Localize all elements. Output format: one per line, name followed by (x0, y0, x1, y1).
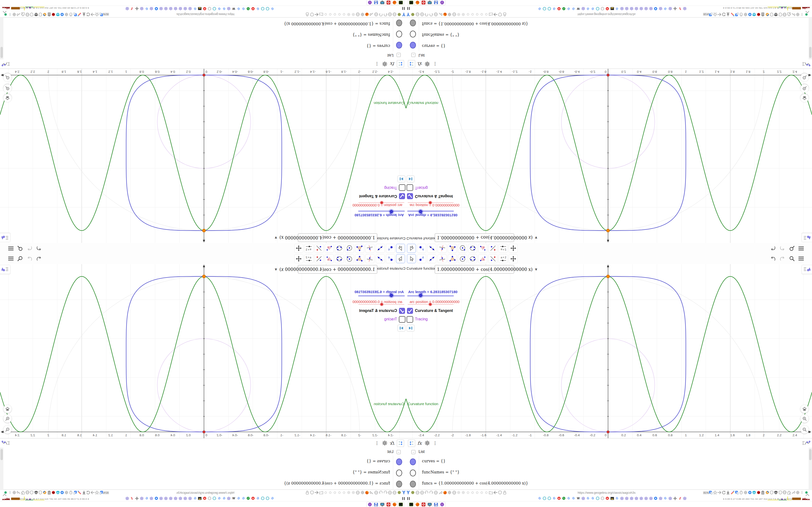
gear-icon[interactable] (360, 12, 365, 17)
visibility-marble[interactable] (410, 458, 416, 465)
image-icon[interactable] (610, 7, 614, 11)
home-button[interactable] (800, 405, 809, 413)
download-icon[interactable] (726, 490, 730, 495)
gear-icon[interactable] (743, 490, 748, 495)
shield-badge-icon[interactable] (778, 12, 782, 17)
curvature-tangent-checkbox[interactable] (399, 193, 405, 199)
G-icon[interactable]: G (591, 496, 595, 500)
spiral-icon[interactable] (261, 7, 265, 11)
puzzle-icon[interactable] (787, 490, 791, 495)
shield-badge-icon[interactable] (30, 12, 34, 17)
gear-icon[interactable] (12, 12, 16, 17)
trash-icon[interactable] (761, 12, 765, 17)
lock-icon[interactable] (305, 490, 310, 495)
gear-icon[interactable] (64, 490, 69, 495)
circle-tool-button[interactable] (458, 244, 467, 253)
dot-icon[interactable] (342, 490, 346, 495)
dot-icon[interactable] (333, 12, 337, 17)
G-icon[interactable]: G (571, 496, 575, 500)
home-button[interactable] (800, 94, 809, 102)
move-graphics-tool-button[interactable] (509, 244, 518, 253)
algebra-row-funcnames[interactable]: funcNames = {" "} (0, 29, 406, 40)
arc-length-slider-handle[interactable] (390, 294, 393, 297)
globe-icon[interactable] (393, 490, 397, 495)
tracing-checkbox[interactable] (399, 316, 406, 323)
flower-icon[interactable] (179, 7, 183, 11)
gear-icon[interactable] (447, 490, 452, 495)
translate-blue-icon[interactable]: Ax (735, 490, 739, 495)
flower-icon[interactable] (683, 496, 687, 500)
redo-icon[interactable] (27, 256, 33, 261)
undo-icon[interactable] (770, 256, 776, 261)
settings-app-launcher-button[interactable] (420, 0, 427, 5)
gear-dark-icon[interactable] (673, 7, 677, 11)
ghost-icon[interactable] (351, 490, 355, 495)
panel-scrollbar-thumb[interactable] (0, 449, 3, 460)
G-icon[interactable]: G (663, 496, 667, 500)
search-icon[interactable] (17, 245, 23, 251)
flower-icon[interactable] (188, 496, 192, 500)
spiral-icon[interactable] (596, 7, 600, 11)
dot-icon[interactable] (333, 490, 337, 495)
info-icon[interactable] (208, 496, 211, 500)
puzzle-icon[interactable] (787, 12, 791, 17)
puzzle-icon[interactable] (21, 490, 25, 495)
display-app-launcher-button[interactable] (379, 0, 386, 5)
flower-icon[interactable] (649, 7, 653, 11)
G-icon[interactable]: G (552, 496, 556, 500)
flower-icon[interactable] (581, 496, 585, 500)
angle-tool-button[interactable]: α (478, 244, 487, 253)
olive-dot-icon[interactable] (397, 12, 401, 17)
gear-icon[interactable] (64, 12, 69, 17)
panel-kebab-button[interactable]: ⋮ (374, 440, 379, 446)
curvature-function-dropdown[interactable]: 1.000000000000 + cos(4.000000000000 x) ▼ (435, 233, 514, 242)
star-icon[interactable] (713, 12, 717, 17)
chevron-down-icon[interactable]: ▼ (535, 268, 537, 271)
dot-icon[interactable] (466, 490, 470, 495)
visibility-marble[interactable] (396, 19, 402, 26)
panel-kebab-button[interactable]: ⋮ (433, 440, 438, 446)
arc-ccw-icon[interactable] (383, 12, 388, 17)
star-icon[interactable] (95, 490, 99, 495)
wrench-icon[interactable] (17, 12, 21, 17)
G-icon[interactable]: G (217, 7, 221, 11)
dot-icon[interactable] (337, 12, 342, 17)
arc-ccw-icon[interactable] (424, 490, 429, 495)
arc-position-slider-handle[interactable] (380, 303, 383, 306)
flower-icon[interactable] (184, 496, 187, 500)
flower-icon[interactable] (227, 496, 231, 500)
G-icon[interactable]: G (145, 7, 149, 11)
panel-scrollbar-thumb[interactable] (0, 47, 3, 58)
line-tool-button[interactable] (376, 244, 385, 253)
spiral-icon[interactable] (212, 7, 216, 11)
shield-icon[interactable] (310, 12, 314, 17)
arc-length-slider[interactable] (358, 211, 405, 212)
flower-icon[interactable] (639, 7, 643, 11)
dot-icon[interactable] (323, 490, 328, 495)
scroll-up-chevron-icon[interactable] (2, 11, 7, 13)
folder-icon[interactable] (489, 490, 493, 495)
globe-icon[interactable] (415, 490, 419, 495)
spiral-icon[interactable] (266, 496, 269, 500)
polygon-tool-button[interactable] (448, 244, 457, 253)
G-icon[interactable]: G (270, 7, 274, 11)
point-tool-button[interactable]: A (417, 244, 426, 253)
move-tool-button[interactable] (396, 254, 405, 263)
bin-shield-icon[interactable] (769, 490, 773, 495)
firefox-app-launcher-button[interactable] (414, 0, 421, 5)
gear-icon[interactable] (447, 12, 452, 17)
line-tool-button[interactable] (427, 244, 436, 253)
spiral-icon[interactable] (547, 7, 551, 11)
wrench-icon[interactable] (17, 490, 21, 495)
G-icon[interactable]: G (145, 496, 149, 500)
ghost-icon[interactable] (461, 490, 465, 495)
visibility-marble[interactable] (410, 19, 416, 26)
graphics-view[interactable]: -2.4-2.2-2-1.8-1.6-1.4-1.2-1-0.8-0.6-0.4… (0, 68, 406, 243)
line-point-tool-button[interactable] (489, 244, 497, 253)
ellipse-tool-button[interactable] (335, 244, 344, 253)
visibility-marble[interactable] (396, 481, 402, 488)
firefox-icon[interactable] (365, 490, 369, 495)
menu-icon[interactable] (8, 256, 14, 261)
visibility-marble[interactable] (396, 42, 402, 49)
circle-tool-button[interactable] (458, 254, 467, 263)
